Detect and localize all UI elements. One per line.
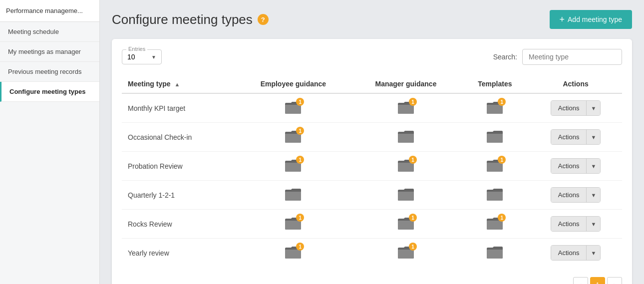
- actions-chevron-button[interactable]: ▼: [586, 246, 600, 260]
- folder-icon[interactable]: 1: [284, 245, 302, 260]
- sidebar: Performance manageme... Meeting schedule…: [0, 0, 100, 284]
- sidebar-item-my-meetings-manager[interactable]: My meetings as manager: [0, 42, 99, 62]
- main-content: Configure meeting types ? + Add meeting …: [100, 0, 644, 284]
- search-group: Search:: [493, 49, 622, 65]
- folder-icon[interactable]: [486, 187, 504, 202]
- folder-icon[interactable]: 1: [397, 245, 415, 260]
- folder-icon[interactable]: [486, 245, 504, 260]
- folder-badge: 1: [498, 214, 506, 222]
- cell-employee-guidance: [235, 181, 351, 210]
- pagination-prev[interactable]: ‹: [573, 277, 588, 284]
- actions-chevron-button[interactable]: ▼: [586, 217, 600, 231]
- add-button-label: Add meeting type: [568, 15, 622, 23]
- table-row: Rocks Review111Actions▼: [122, 210, 622, 239]
- cell-employee-guidance: 1: [235, 210, 351, 239]
- table-header: Meeting type ▲ Employee guidance Manager…: [122, 75, 622, 93]
- cell-meeting-type: Yearly review: [122, 239, 235, 268]
- folder-icon[interactable]: 1: [486, 100, 504, 115]
- sidebar-item-meeting-schedule[interactable]: Meeting schedule: [0, 22, 99, 42]
- cell-manager-guidance: 1: [351, 210, 460, 239]
- sidebar-item-configure-meeting-types[interactable]: Configure meeting types: [0, 82, 99, 102]
- page-title: Configure meeting types ?: [112, 12, 269, 27]
- cell-templates: 1: [461, 210, 530, 239]
- table-row: Yearly review11Actions▼: [122, 239, 622, 268]
- page-title-text: Configure meeting types: [112, 12, 253, 27]
- cell-meeting-type: Occasional Check-in: [122, 123, 235, 152]
- pagination-page-1[interactable]: 1: [590, 277, 605, 284]
- col-actions: Actions: [529, 75, 622, 93]
- folder-icon[interactable]: 1: [486, 216, 504, 231]
- cell-manager-guidance: [351, 181, 460, 210]
- pagination-next[interactable]: ›: [607, 277, 622, 284]
- search-input[interactable]: [522, 49, 622, 65]
- cell-employee-guidance: 1: [235, 239, 351, 268]
- cell-actions: Actions▼: [529, 210, 622, 239]
- folder-icon[interactable]: [397, 129, 415, 144]
- folder-badge: 1: [498, 156, 506, 164]
- actions-main-button[interactable]: Actions: [551, 159, 587, 173]
- table-row: Quarterly 1-2-1Actions▼: [122, 181, 622, 210]
- actions-button-group: Actions▼: [551, 100, 601, 116]
- actions-main-button[interactable]: Actions: [551, 101, 587, 115]
- sidebar-item-previous-meeting-records[interactable]: Previous meeting records: [0, 62, 99, 82]
- actions-button-group: Actions▼: [551, 187, 601, 203]
- folder-icon[interactable]: 1: [284, 100, 302, 115]
- folder-icon[interactable]: 1: [284, 158, 302, 173]
- folder-badge: 1: [498, 98, 506, 106]
- table-row: Monthly KPI target111Actions▼: [122, 93, 622, 123]
- actions-main-button[interactable]: Actions: [551, 188, 587, 202]
- header-row: Configure meeting types ? + Add meeting …: [112, 10, 632, 29]
- actions-chevron-button[interactable]: ▼: [586, 188, 600, 202]
- sidebar-brand: Performance manageme...: [0, 0, 99, 22]
- actions-button-group: Actions▼: [551, 245, 601, 261]
- folder-icon[interactable]: 1: [397, 158, 415, 173]
- cell-manager-guidance: 1: [351, 239, 460, 268]
- table-header-row: Meeting type ▲ Employee guidance Manager…: [122, 75, 622, 93]
- folder-badge: 1: [409, 243, 417, 251]
- cell-meeting-type: Probation Review: [122, 152, 235, 181]
- col-employee-guidance: Employee guidance: [235, 75, 351, 93]
- cell-manager-guidance: 1: [351, 152, 460, 181]
- cell-meeting-type: Quarterly 1-2-1: [122, 181, 235, 210]
- cell-templates: [461, 181, 530, 210]
- cell-meeting-type: Monthly KPI target: [122, 93, 235, 123]
- add-meeting-type-button[interactable]: + Add meeting type: [550, 10, 632, 29]
- actions-chevron-button[interactable]: ▼: [586, 130, 600, 144]
- actions-main-button[interactable]: Actions: [551, 217, 587, 231]
- cell-templates: 1: [461, 152, 530, 181]
- folder-badge: 1: [409, 98, 417, 106]
- table-row: Occasional Check-in1Actions▼: [122, 123, 622, 152]
- col-templates: Templates: [461, 75, 530, 93]
- main-card: Entries 102550100 ▼ Search: Meeting type…: [112, 39, 632, 284]
- meeting-types-table: Meeting type ▲ Employee guidance Manager…: [122, 75, 622, 267]
- cell-employee-guidance: 1: [235, 152, 351, 181]
- folder-badge: 1: [409, 156, 417, 164]
- help-icon[interactable]: ?: [258, 14, 269, 25]
- folder-icon[interactable]: [397, 187, 415, 202]
- cell-employee-guidance: 1: [235, 93, 351, 123]
- col-meeting-type: Meeting type ▲: [122, 75, 235, 93]
- col-meeting-type-label: Meeting type: [128, 80, 171, 88]
- folder-icon[interactable]: [486, 129, 504, 144]
- controls-row: Entries 102550100 ▼ Search:: [122, 49, 622, 65]
- table-row: Probation Review111Actions▼: [122, 152, 622, 181]
- actions-main-button[interactable]: Actions: [551, 130, 587, 144]
- actions-button-group: Actions▼: [551, 158, 601, 174]
- cell-actions: Actions▼: [529, 181, 622, 210]
- actions-button-group: Actions▼: [551, 129, 601, 145]
- cell-meeting-type: Rocks Review: [122, 210, 235, 239]
- cell-actions: Actions▼: [529, 123, 622, 152]
- folder-icon[interactable]: 1: [284, 216, 302, 231]
- search-label: Search:: [493, 53, 517, 61]
- folder-icon[interactable]: 1: [284, 129, 302, 144]
- actions-chevron-button[interactable]: ▼: [586, 159, 600, 173]
- folder-icon[interactable]: 1: [397, 100, 415, 115]
- folder-icon[interactable]: 1: [397, 216, 415, 231]
- folder-icon[interactable]: 1: [486, 158, 504, 173]
- cell-actions: Actions▼: [529, 239, 622, 268]
- actions-chevron-button[interactable]: ▼: [586, 101, 600, 115]
- entries-select[interactable]: 102550100: [127, 53, 147, 61]
- folder-icon[interactable]: [284, 187, 302, 202]
- entries-label: Entries: [126, 46, 147, 52]
- actions-main-button[interactable]: Actions: [551, 246, 587, 260]
